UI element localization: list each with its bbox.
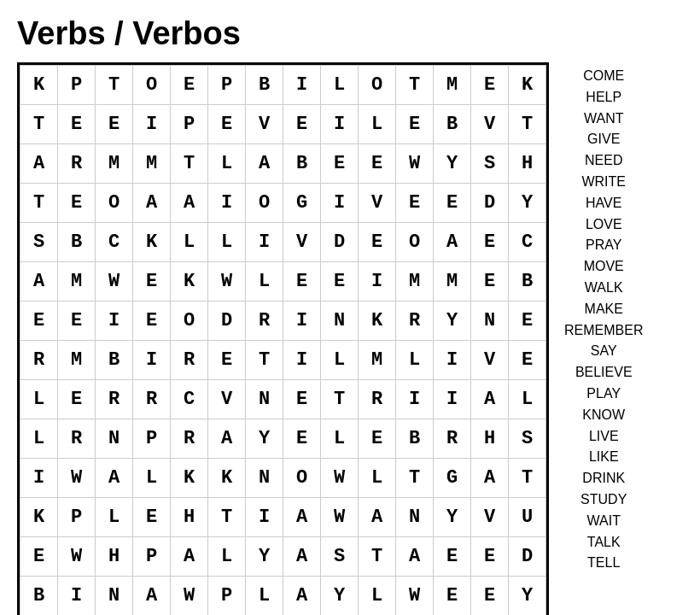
grid-cell: E bbox=[208, 341, 246, 380]
word-search-grid: KPTOEPBILOTMEKTEEIPEVEILEBVTARMMTLABEEWY… bbox=[17, 62, 549, 615]
grid-cell: P bbox=[171, 105, 208, 144]
list-item: NEED bbox=[585, 150, 622, 172]
grid-cell: U bbox=[509, 498, 546, 537]
grid-cell: V bbox=[471, 105, 509, 144]
grid-cell: E bbox=[20, 537, 58, 577]
grid-cell: M bbox=[434, 262, 471, 302]
grid-cell: E bbox=[208, 105, 246, 144]
grid-cell: L bbox=[359, 577, 396, 616]
grid-cell: W bbox=[58, 459, 96, 498]
grid-cell: A bbox=[208, 419, 246, 459]
grid-cell: T bbox=[96, 66, 133, 105]
grid-cell: L bbox=[321, 341, 359, 380]
grid-cell: A bbox=[283, 537, 321, 577]
grid-cell: I bbox=[246, 498, 283, 537]
list-item: KNOW bbox=[582, 405, 625, 426]
grid-cell: T bbox=[208, 498, 246, 537]
grid-cell: K bbox=[509, 66, 546, 105]
list-item: DRINK bbox=[582, 468, 625, 489]
grid-cell: H bbox=[96, 537, 133, 577]
grid-cell: E bbox=[283, 262, 321, 302]
grid-cell: T bbox=[396, 459, 434, 498]
grid-cell: N bbox=[96, 577, 133, 616]
grid-cell: R bbox=[96, 380, 133, 419]
grid-cell: B bbox=[20, 577, 58, 616]
table-row: LRNPRAYELEBRHS bbox=[20, 419, 546, 459]
grid-cell: S bbox=[509, 419, 546, 459]
grid-cell: V bbox=[208, 380, 246, 419]
grid-cell: V bbox=[359, 184, 396, 223]
grid-cell: R bbox=[396, 302, 434, 341]
list-item: HELP bbox=[586, 87, 621, 108]
grid-cell: B bbox=[58, 223, 96, 262]
list-item: GIVE bbox=[587, 129, 620, 150]
grid-cell: A bbox=[246, 144, 283, 184]
grid-cell: E bbox=[321, 262, 359, 302]
grid-cell: I bbox=[434, 380, 471, 419]
list-item: MOVE bbox=[584, 256, 624, 278]
grid-cell: E bbox=[434, 184, 471, 223]
grid-cell: E bbox=[359, 223, 396, 262]
grid-cell: Y bbox=[434, 302, 471, 341]
grid-cell: R bbox=[20, 341, 58, 380]
grid-cell: O bbox=[283, 459, 321, 498]
grid-cell: A bbox=[171, 184, 208, 223]
grid-cell: R bbox=[171, 419, 208, 459]
grid-cell: Y bbox=[509, 577, 546, 616]
grid-cell: L bbox=[133, 459, 171, 498]
grid-cell: R bbox=[133, 380, 171, 419]
grid-cell: E bbox=[396, 184, 434, 223]
grid-cell: B bbox=[96, 341, 133, 380]
table-row: ARMMTLABEEWYSH bbox=[20, 144, 546, 184]
grid-cell: L bbox=[509, 380, 546, 419]
list-item: BELIEVE bbox=[575, 362, 633, 384]
grid-cell: S bbox=[471, 144, 509, 184]
grid-cell: P bbox=[208, 577, 246, 616]
grid-cell: D bbox=[471, 184, 509, 223]
grid-cell: I bbox=[321, 184, 359, 223]
grid-cell: H bbox=[509, 144, 546, 184]
grid-cell: O bbox=[96, 184, 133, 223]
list-item: TELL bbox=[587, 553, 620, 574]
grid-cell: E bbox=[20, 302, 58, 341]
grid-cell: M bbox=[96, 144, 133, 184]
list-item: LIKE bbox=[589, 447, 619, 468]
grid-cell: V bbox=[471, 341, 509, 380]
list-item: STUDY bbox=[580, 489, 627, 511]
grid-cell: E bbox=[321, 144, 359, 184]
list-item: TALK bbox=[587, 532, 621, 554]
grid-cell: T bbox=[20, 105, 58, 144]
grid-cell: I bbox=[283, 66, 321, 105]
grid-cell: B bbox=[283, 144, 321, 184]
grid-cell: A bbox=[133, 577, 171, 616]
grid-cell: I bbox=[208, 184, 246, 223]
grid-cell: E bbox=[359, 144, 396, 184]
grid-cell: E bbox=[471, 66, 509, 105]
grid-cell: O bbox=[359, 66, 396, 105]
grid-cell: I bbox=[321, 105, 359, 144]
table-row: TEOAAIOGIVEEDY bbox=[20, 184, 546, 223]
list-item: PLAY bbox=[586, 384, 621, 405]
page-title: Verbs / Verbos bbox=[17, 15, 241, 52]
grid-cell: T bbox=[321, 380, 359, 419]
grid-cell: A bbox=[171, 537, 208, 577]
grid-cell: Y bbox=[321, 577, 359, 616]
grid-cell: N bbox=[96, 419, 133, 459]
grid-cell: N bbox=[246, 459, 283, 498]
grid-cell: N bbox=[471, 302, 509, 341]
grid-cell: T bbox=[20, 184, 58, 223]
grid-cell: M bbox=[58, 262, 96, 302]
grid-cell: E bbox=[396, 105, 434, 144]
list-item: HAVE bbox=[586, 193, 621, 214]
grid-cell: E bbox=[96, 105, 133, 144]
table-row: KPLEHTIAWANYVU bbox=[20, 498, 546, 537]
grid-cell: K bbox=[171, 459, 208, 498]
table-row: EEIEODRINKRYNE bbox=[20, 302, 546, 341]
table-row: BINAWPLAYLWEEY bbox=[20, 577, 546, 616]
grid-cell: R bbox=[434, 419, 471, 459]
table-row: KPTOEPBILOTMEK bbox=[20, 66, 546, 105]
grid-cell: E bbox=[58, 105, 96, 144]
grid-cell: M bbox=[58, 341, 96, 380]
grid-cell: A bbox=[359, 498, 396, 537]
list-item: LIVE bbox=[589, 426, 619, 448]
